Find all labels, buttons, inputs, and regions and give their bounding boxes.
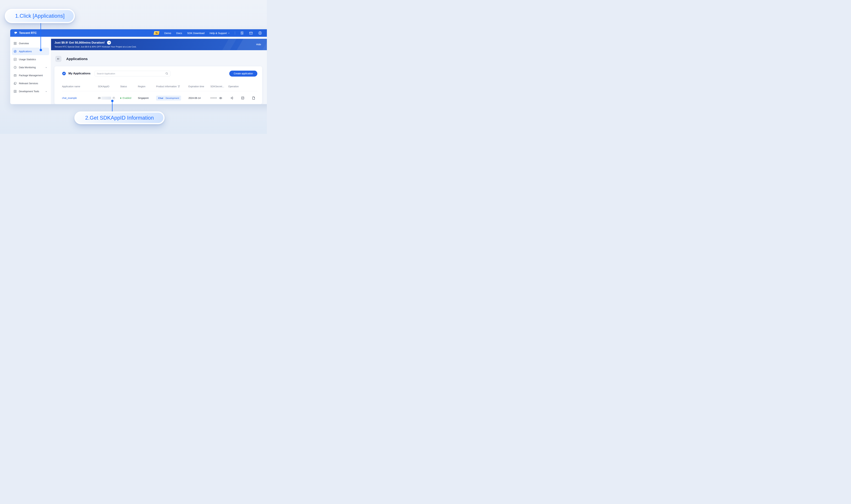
col-status: Status — [120, 85, 138, 88]
expiration-cell: 2024-06-14 — [189, 97, 210, 100]
col-sdkappid: SDKAppID — [98, 85, 120, 88]
chart-icon — [14, 58, 17, 61]
my-applications-card: My Applications Create application Appli… — [54, 66, 262, 104]
billing-icon[interactable] — [240, 31, 244, 35]
nav-item-docs[interactable]: Docs — [176, 32, 182, 35]
create-application-button[interactable]: Create application — [229, 71, 258, 76]
col-expiration-time: Expiration time — [189, 85, 210, 88]
sdkappid-prefix: 20 — [98, 97, 101, 100]
col-operation: Operation — [228, 85, 258, 88]
account-icon[interactable] — [258, 31, 262, 35]
package-icon — [14, 74, 17, 77]
sidebar-item-usage-statistics[interactable]: Usage Statistics — [12, 56, 49, 63]
connector-dot-1 — [40, 49, 42, 51]
topnav-right: % Demo Docs SDK Download Help & Support — [154, 31, 262, 35]
nav-item-label: Demo — [164, 32, 171, 35]
col-product-information-label: Product information — [156, 85, 177, 88]
region-cell: Singapore — [138, 97, 156, 100]
card-top: My Applications Create application — [62, 70, 258, 76]
sidebar-item-development-tools[interactable]: Development Tools — [12, 88, 49, 95]
page-head: Applications — [55, 56, 267, 62]
sidebar-item-label: Usage Statistics — [19, 58, 36, 61]
connector-line-2 — [112, 101, 112, 112]
brand-title: Tencent RTC — [19, 31, 37, 35]
banner-hide-button[interactable]: Hide — [256, 43, 261, 46]
product-name: Chat — [158, 97, 163, 100]
sidebar-item-label: Package Management — [19, 74, 43, 77]
callout-step2: 2.Get SDKAppID Information — [74, 111, 164, 124]
product-separator: : — [164, 97, 165, 100]
status-text: Enabled — [123, 97, 131, 100]
nav-item-demo[interactable]: Demo — [164, 32, 171, 35]
compass-icon — [14, 50, 17, 53]
banner-title: Just $9.9! Get 50,000mins Duration! — [54, 41, 105, 44]
operation-cell — [228, 96, 258, 100]
grid-icon — [14, 42, 17, 45]
callout-step2-text: 2.Get SDKAppID Information — [85, 115, 154, 121]
brand[interactable]: Tencent RTC — [14, 31, 37, 35]
product-env: Development — [165, 97, 179, 100]
col-sdksecret: SDKSecret... — [210, 85, 228, 88]
nav-item-sdk-download[interactable]: SDK Download — [187, 32, 205, 35]
monitoring-chart-icon[interactable] — [241, 96, 244, 100]
banner-subtitle: Tencent RTC Special Deal: Just $9.9 & 80… — [54, 46, 267, 48]
developer-icon — [14, 90, 17, 93]
product-badge: Chat : Development — [156, 96, 181, 101]
card-title: My Applications — [68, 72, 91, 75]
window-body: Overview Applications Usage Statistics — [10, 37, 267, 104]
document-icon[interactable] — [252, 96, 255, 100]
filter-funnel-icon[interactable] — [178, 85, 180, 88]
status-dot — [120, 97, 121, 99]
chevron-down-icon — [228, 32, 230, 34]
page-title: Applications — [66, 57, 88, 61]
sidebar-item-applications[interactable]: Applications — [12, 48, 49, 55]
promo-banner: Just $9.9! Get 50,000mins Duration! Tenc… — [51, 39, 267, 50]
mail-icon[interactable] — [249, 31, 253, 35]
main-content: Just $9.9! Get 50,000mins Duration! Tenc… — [51, 37, 267, 104]
product-cell: Chat : Development — [156, 96, 189, 101]
enter-application-icon[interactable] — [230, 96, 233, 100]
sidebar-item-data-monitoring[interactable]: Data Monitoring — [12, 64, 49, 71]
copy-icon[interactable] — [112, 97, 115, 100]
callout-step1-text: 1.Click [Applications] — [15, 13, 65, 19]
sdkappid-cell: 20 — [98, 97, 120, 100]
col-application-name: Application name — [62, 85, 98, 88]
sdkappid-masked — [101, 97, 111, 100]
page-background: 1.Click [Applications] Tencent RTC % Dem… — [0, 0, 267, 134]
nav-item-help-support[interactable]: Help & Support — [210, 32, 230, 35]
sidebar: Overview Applications Usage Statistics — [10, 37, 51, 104]
chevron-down-icon — [45, 91, 47, 92]
sidebar-item-package-management[interactable]: Package Management — [12, 72, 49, 79]
eye-icon[interactable] — [219, 96, 222, 100]
table-row: chat_example 20 Enabled Sing — [62, 91, 258, 104]
sidebar-item-label: Data Monitoring — [19, 66, 36, 69]
sdksecret-cell: ****** — [210, 96, 228, 100]
search-input[interactable] — [97, 72, 165, 75]
table-header: Application name SDKAppID Status Region … — [62, 85, 258, 91]
col-product-information: Product information — [156, 85, 189, 88]
sidebar-item-label: Applications — [19, 50, 32, 53]
callout-step1: 1.Click [Applications] — [5, 9, 75, 23]
topbar: Tencent RTC % Demo Docs SDK Download Hel… — [10, 29, 267, 37]
sidebar-item-relevant-services[interactable]: Relevant Services — [12, 79, 49, 87]
sidebar-item-label: Relevant Services — [19, 82, 38, 85]
secret-mask-text: ****** — [210, 96, 217, 100]
search-box — [95, 71, 171, 76]
back-button[interactable] — [55, 56, 61, 62]
application-name-link[interactable]: chat_example — [62, 97, 98, 100]
coupon-percent-label: % — [156, 32, 158, 34]
status-cell: Enabled — [120, 97, 138, 100]
topnav-divider — [235, 32, 235, 35]
nav-item-label: Help & Support — [210, 32, 227, 35]
my-applications-icon — [62, 71, 66, 75]
nav-item-label: Docs — [176, 32, 182, 35]
monitor-gauge-icon — [14, 66, 17, 69]
connector-line-1 — [40, 23, 41, 50]
col-region: Region — [138, 85, 156, 88]
banner-arrow-button[interactable] — [107, 41, 111, 44]
chevron-down-icon — [45, 67, 47, 68]
coupon-icon[interactable]: % — [154, 31, 159, 35]
search-icon — [165, 72, 168, 75]
sidebar-item-overview[interactable]: Overview — [12, 40, 49, 47]
layers-icon — [14, 82, 17, 85]
